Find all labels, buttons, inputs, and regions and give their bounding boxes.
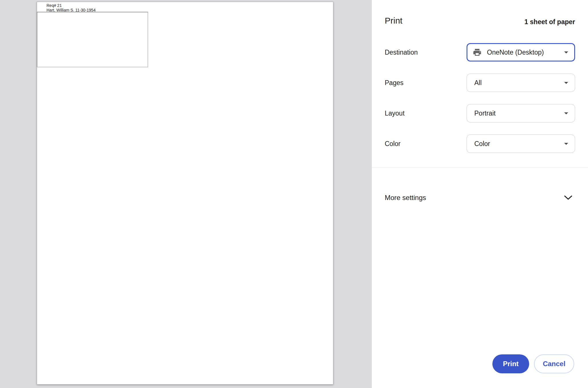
pages-label: Pages: [385, 74, 403, 92]
dropdown-caret-icon: [564, 51, 568, 54]
document-req-line: Req# 21: [47, 3, 96, 8]
settings-divider: [372, 168, 588, 168]
layout-label: Layout: [385, 104, 405, 122]
layout-value: Portrait: [474, 110, 561, 117]
printer-icon: [473, 48, 482, 57]
chevron-down-icon: [564, 195, 572, 200]
layout-row: Layout Portrait: [372, 104, 588, 122]
sheet-count: 1 sheet of paper: [525, 18, 575, 26]
more-settings-toggle[interactable]: More settings: [372, 190, 588, 205]
print-settings-panel: Print 1 sheet of paper Destination OneNo…: [372, 0, 588, 388]
dropdown-caret-icon: [564, 143, 568, 145]
destination-dropdown[interactable]: OneNote (Desktop): [467, 43, 575, 62]
preview-page: Req# 21 Hart, William S. 11-30-1954: [37, 2, 333, 385]
destination-value: OneNote (Desktop): [487, 49, 561, 56]
print-button[interactable]: Print: [492, 354, 529, 373]
panel-title: Print: [385, 16, 403, 26]
pages-row: Pages All: [372, 74, 588, 92]
destination-label: Destination: [385, 43, 418, 62]
color-dropdown[interactable]: Color: [467, 135, 575, 153]
pages-value: All: [474, 79, 561, 87]
color-label: Color: [385, 135, 401, 153]
pages-dropdown[interactable]: All: [467, 74, 575, 92]
cancel-button[interactable]: Cancel: [534, 354, 574, 373]
color-row: Color Color: [372, 135, 588, 153]
document-empty-box: [37, 12, 148, 67]
dropdown-caret-icon: [564, 112, 568, 115]
layout-dropdown[interactable]: Portrait: [467, 104, 575, 122]
document-header-text: Req# 21 Hart, William S. 11-30-1954: [47, 3, 96, 12]
print-preview-area: Req# 21 Hart, William S. 11-30-1954: [0, 0, 372, 388]
destination-row: Destination OneNote (Desktop): [372, 43, 588, 62]
color-value: Color: [474, 140, 561, 148]
more-settings-label: More settings: [385, 194, 564, 202]
dropdown-caret-icon: [564, 82, 568, 84]
